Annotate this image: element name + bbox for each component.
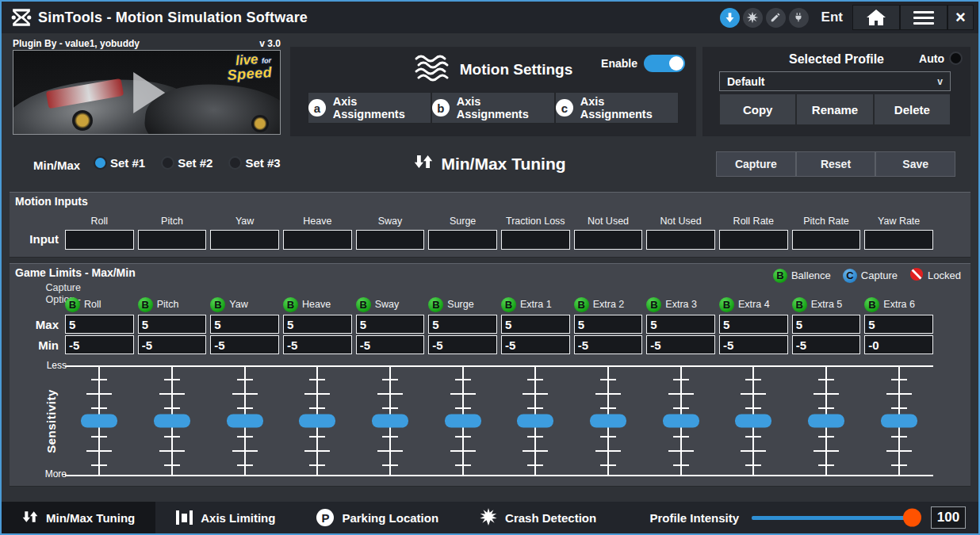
home-button[interactable] — [852, 5, 900, 30]
min-limit-field[interactable] — [864, 335, 933, 354]
max-limit-field[interactable] — [646, 315, 715, 334]
min-limit-field[interactable] — [356, 335, 425, 354]
sensitivity-slider[interactable] — [138, 367, 207, 475]
save-button[interactable]: Save — [875, 151, 955, 177]
input-column-header: Traction Loss — [501, 216, 570, 227]
sensitivity-slider-handle[interactable] — [517, 415, 553, 428]
capture-option-icon[interactable]: B — [65, 297, 80, 312]
tab-parking-location[interactable]: P Parking Location — [296, 502, 459, 533]
max-limit-field[interactable] — [719, 315, 788, 334]
sensitivity-slider-handle[interactable] — [154, 415, 190, 428]
capture-option-icon[interactable]: B — [864, 297, 879, 312]
max-limit-field[interactable] — [138, 315, 207, 334]
motion-input-field[interactable] — [356, 230, 425, 250]
rename-button[interactable]: Rename — [796, 94, 873, 125]
max-limit-field[interactable] — [864, 315, 933, 334]
max-limit-field[interactable] — [428, 315, 497, 334]
sensitivity-slider[interactable] — [719, 367, 788, 475]
motion-input-field[interactable] — [574, 230, 643, 250]
motion-input-field[interactable] — [864, 230, 933, 250]
tab-crash-detection[interactable]: Crash Detection — [459, 502, 617, 533]
min-limit-field[interactable] — [65, 335, 134, 354]
sensitivity-slider-handle[interactable] — [881, 415, 917, 428]
min-limit-field[interactable] — [283, 335, 352, 354]
axis-assignments-a-button[interactable]: a Axis Assignments — [308, 92, 431, 124]
sensitivity-slider[interactable] — [283, 367, 352, 475]
sensitivity-slider[interactable] — [65, 367, 134, 475]
download-update-icon[interactable] — [720, 8, 740, 28]
max-limit-field[interactable] — [356, 315, 425, 334]
sensitivity-slider[interactable] — [792, 367, 861, 475]
min-limit-field[interactable] — [501, 335, 570, 354]
max-limit-field[interactable] — [792, 315, 861, 334]
profile-dropdown[interactable]: Default v — [719, 71, 951, 91]
motion-input-field[interactable] — [428, 230, 497, 250]
sensitivity-slider[interactable] — [646, 367, 715, 475]
max-limit-field[interactable] — [210, 315, 279, 334]
sensitivity-slider-handle[interactable] — [81, 415, 117, 428]
game-preview-image[interactable]: live for Speed — [13, 50, 281, 135]
sensitivity-slider-handle[interactable] — [590, 415, 626, 428]
axis-assignments-b-button[interactable]: b Axis Assignments — [431, 92, 555, 124]
sensitivity-slider[interactable] — [864, 367, 933, 475]
min-limit-field[interactable] — [719, 335, 788, 354]
close-button[interactable]: × — [947, 5, 974, 30]
capture-option-icon[interactable]: B — [283, 297, 298, 312]
sensitivity-slider[interactable] — [428, 367, 497, 475]
sensitivity-slider-handle[interactable] — [445, 415, 481, 428]
motion-input-field[interactable] — [501, 230, 570, 250]
sensitivity-slider-handle[interactable] — [808, 415, 844, 428]
min-limit-field[interactable] — [792, 335, 861, 354]
capture-option-icon[interactable]: B — [138, 297, 153, 312]
starburst-icon[interactable] — [743, 8, 763, 28]
capture-option-icon[interactable]: B — [501, 297, 516, 312]
tab-axis-limiting[interactable]: Axis Limiting — [155, 502, 296, 533]
delete-button[interactable]: Delete — [874, 94, 951, 125]
sensitivity-slider[interactable] — [501, 367, 570, 475]
capture-option-icon[interactable]: B — [574, 297, 589, 312]
sensitivity-slider-handle[interactable] — [663, 415, 699, 428]
capture-option-icon[interactable]: B — [356, 297, 371, 312]
capture-option-icon[interactable]: B — [792, 297, 807, 312]
capture-option-icon[interactable]: B — [719, 297, 734, 312]
min-limit-field[interactable] — [428, 335, 497, 354]
sensitivity-slider-handle[interactable] — [735, 415, 771, 428]
max-limit-field[interactable] — [574, 315, 643, 334]
copy-button[interactable]: Copy — [719, 94, 796, 125]
enable-toggle[interactable] — [644, 55, 685, 72]
motion-input-field[interactable] — [792, 230, 861, 250]
min-limit-field[interactable] — [574, 335, 643, 354]
sensitivity-slider-handle[interactable] — [227, 415, 263, 428]
reset-button[interactable]: Reset — [796, 151, 876, 177]
sensitivity-slider[interactable] — [574, 367, 643, 475]
capture-option-icon[interactable]: B — [210, 297, 225, 312]
tab-minmax-tuning[interactable]: Min/Max Tuning — [2, 502, 155, 533]
motion-input-field[interactable] — [719, 230, 788, 250]
motion-input-field[interactable] — [138, 230, 207, 250]
sensitivity-slider[interactable] — [210, 367, 279, 475]
sensitivity-slider-handle[interactable] — [299, 415, 335, 428]
motion-input-field[interactable] — [65, 230, 134, 250]
play-icon[interactable] — [133, 72, 165, 113]
auto-toggle[interactable] — [949, 52, 963, 65]
max-limit-field[interactable] — [65, 315, 134, 334]
min-limit-field[interactable] — [210, 335, 279, 354]
profile-intensity-slider[interactable] — [752, 516, 918, 520]
axis-assignments-c-button[interactable]: c Axis Assignments — [555, 92, 679, 124]
menu-button[interactable] — [900, 5, 947, 30]
max-limit-field[interactable] — [283, 315, 352, 334]
capture-button[interactable]: Capture — [716, 151, 796, 177]
capture-option-icon[interactable]: B — [428, 297, 443, 312]
motion-input-field[interactable] — [646, 230, 715, 250]
sensitivity-slider-handle[interactable] — [372, 415, 408, 428]
min-limit-field[interactable] — [138, 335, 207, 354]
edit-pencil-icon[interactable] — [766, 8, 786, 28]
capture-option-icon[interactable]: B — [646, 297, 661, 312]
motion-input-field[interactable] — [283, 230, 352, 250]
plug-icon[interactable] — [789, 8, 809, 28]
profile-intensity-handle[interactable] — [903, 509, 921, 527]
max-limit-field[interactable] — [501, 315, 570, 334]
min-limit-field[interactable] — [646, 335, 715, 354]
sensitivity-slider[interactable] — [356, 367, 425, 475]
motion-input-field[interactable] — [210, 230, 279, 250]
